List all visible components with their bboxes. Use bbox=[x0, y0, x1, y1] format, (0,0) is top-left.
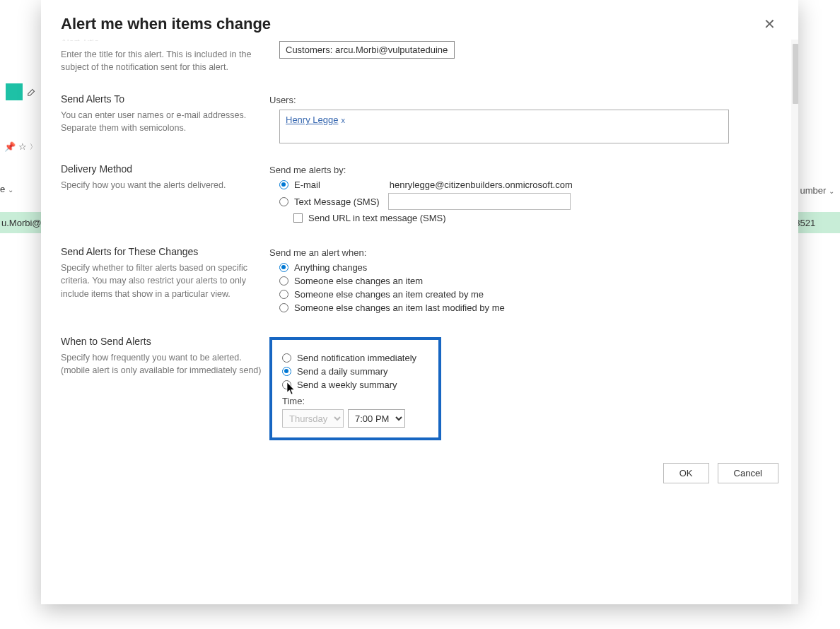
star-icon: ☆ bbox=[18, 141, 27, 152]
weekly-label: Send a weekly summary bbox=[297, 380, 397, 390]
send-by-label: Send me alerts by: bbox=[269, 165, 778, 175]
daily-radio[interactable] bbox=[282, 367, 291, 376]
delivery-desc: Specify how you want the alerts delivere… bbox=[61, 179, 269, 192]
scrollbar-track[interactable] bbox=[791, 40, 798, 604]
ok-button[interactable]: OK bbox=[663, 463, 709, 483]
email-radio[interactable] bbox=[279, 180, 288, 189]
bg-selected-row: u.Morbi@ bbox=[0, 212, 42, 233]
delivery-heading: Delivery Method bbox=[61, 163, 269, 175]
modal-header: Alert me when items change ✕ bbox=[41, 0, 798, 40]
time-label: Time: bbox=[282, 396, 424, 406]
modal-title: Alert me when items change bbox=[61, 15, 271, 33]
when-heading: When to Send Alerts bbox=[61, 336, 269, 347]
chevron-down-icon: ⌄ bbox=[8, 186, 13, 194]
alert-title-input[interactable] bbox=[279, 41, 455, 59]
modal-body: Alert Title Enter the title for this ale… bbox=[41, 40, 798, 604]
daily-label: Send a daily summary bbox=[297, 366, 388, 377]
email-value: henrylegge@citizenbuilders.onmicrosoft.c… bbox=[390, 180, 573, 190]
modified-by-me-radio[interactable] bbox=[279, 303, 288, 312]
scrollbar-thumb[interactable] bbox=[793, 44, 798, 104]
users-people-picker[interactable]: Henry Leggex bbox=[279, 110, 729, 143]
frequency-highlight-box: Send notification immediately Send a dai… bbox=[269, 337, 441, 440]
chevron-down-icon: ⌄ bbox=[829, 187, 834, 195]
alert-title-desc: Enter the title for this alert. This is … bbox=[61, 48, 269, 74]
email-radio-label: E-mail bbox=[294, 180, 320, 190]
someone-else-radio[interactable] bbox=[279, 276, 288, 286]
anything-changes-radio[interactable] bbox=[279, 263, 288, 272]
changes-desc: Specify whether to filter alerts based o… bbox=[61, 261, 269, 300]
created-by-me-label: Someone else changes an item created by … bbox=[294, 289, 484, 300]
sms-input[interactable] bbox=[388, 193, 571, 210]
anything-changes-label: Anything changes bbox=[294, 262, 367, 273]
changes-heading: Send Alerts for These Changes bbox=[61, 246, 269, 257]
bg-favorites: 📌 ☆ 〉 bbox=[4, 141, 37, 152]
cancel-button[interactable]: Cancel bbox=[718, 463, 778, 483]
user-chip[interactable]: Henry Leggex bbox=[286, 114, 345, 125]
cursor-icon bbox=[286, 382, 296, 395]
send-to-heading: Send Alerts To bbox=[61, 93, 269, 105]
someone-else-label: Someone else changes an item bbox=[294, 276, 423, 286]
immediately-label: Send notification immediately bbox=[297, 353, 416, 363]
users-label: Users: bbox=[269, 95, 778, 105]
immediately-radio[interactable] bbox=[282, 353, 291, 363]
pin-icon: 📌 bbox=[4, 141, 16, 152]
bg-toolbar-square bbox=[6, 83, 23, 100]
chevron-right-icon: 〉 bbox=[30, 142, 37, 152]
alert-modal: Alert me when items change ✕ Alert Title… bbox=[41, 0, 798, 604]
pencil-icon bbox=[27, 87, 37, 97]
send-to-desc: You can enter user names or e-mail addre… bbox=[61, 109, 269, 134]
remove-user-icon[interactable]: x bbox=[341, 116, 345, 124]
created-by-me-radio[interactable] bbox=[279, 290, 288, 299]
alert-when-label: Send me an alert when: bbox=[269, 247, 778, 258]
sms-radio[interactable] bbox=[279, 197, 288, 206]
modal-footer: OK Cancel bbox=[61, 453, 798, 496]
alert-title-heading: Alert Title bbox=[61, 40, 269, 41]
close-icon[interactable]: ✕ bbox=[761, 14, 778, 34]
time-select[interactable]: 7:00 PM bbox=[348, 409, 405, 428]
sms-url-label: Send URL in text message (SMS) bbox=[308, 213, 446, 223]
sms-radio-label: Text Message (SMS) bbox=[294, 196, 380, 207]
sms-url-checkbox[interactable] bbox=[293, 213, 303, 223]
bg-name-header: e ⌄ bbox=[0, 184, 13, 194]
bg-number-header: umber ⌄ bbox=[800, 185, 834, 196]
day-select: Thursday bbox=[282, 409, 344, 428]
when-desc: Specify how frequently you want to be al… bbox=[61, 351, 269, 377]
modified-by-me-label: Someone else changes an item last modifi… bbox=[294, 302, 505, 313]
